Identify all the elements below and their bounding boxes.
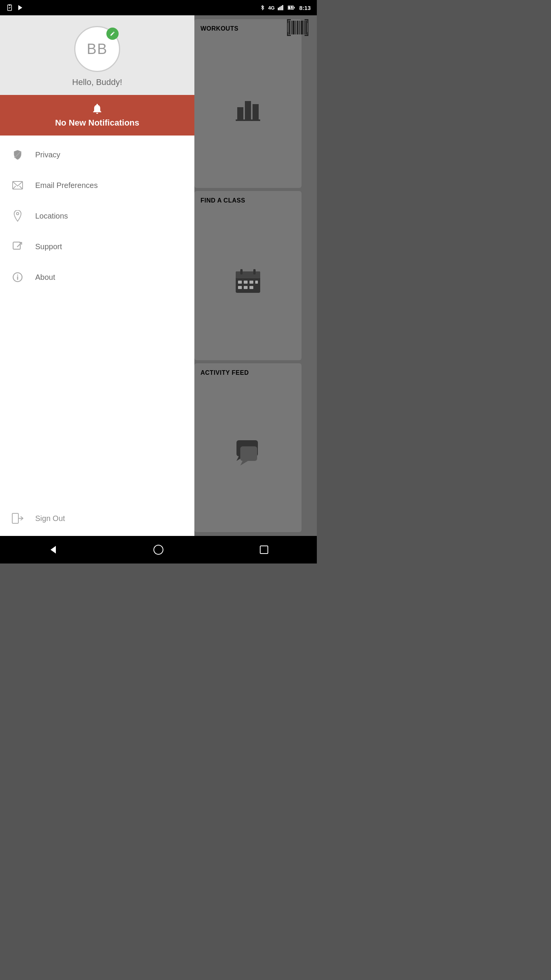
sign-out-button[interactable]: Sign Out	[11, 511, 184, 525]
svg-rect-5	[280, 6, 282, 10]
svg-rect-29	[287, 32, 288, 36]
svg-rect-31	[307, 32, 308, 36]
bar-chart-icon	[234, 96, 262, 121]
svg-point-60	[17, 274, 18, 276]
svg-rect-40	[238, 281, 242, 284]
email-preferences-label: Email Preferences	[35, 181, 98, 190]
svg-point-55	[16, 212, 19, 215]
svg-rect-22	[305, 21, 307, 34]
svg-rect-35	[236, 119, 260, 121]
svg-line-57	[17, 243, 22, 247]
greeting-text: Hello, Buddy!	[72, 77, 122, 87]
battery-icon	[288, 5, 295, 10]
shield-icon	[11, 148, 24, 162]
svg-rect-38	[240, 269, 243, 274]
calendar-icon	[234, 267, 262, 294]
menu-item-support[interactable]: Support	[0, 231, 194, 262]
signal-4g-icon: 4G	[268, 5, 275, 11]
menu-item-about[interactable]: About	[0, 262, 194, 292]
svg-marker-63	[51, 546, 56, 554]
back-button[interactable]	[41, 538, 64, 561]
home-button[interactable]	[147, 538, 170, 561]
svg-rect-14	[289, 21, 290, 34]
svg-rect-56	[13, 242, 20, 249]
email-icon	[11, 178, 24, 192]
svg-rect-1	[9, 5, 11, 6]
menu-item-privacy[interactable]: Privacy	[0, 139, 194, 170]
navigation-drawer: BB Hello, Buddy! No New Notifications	[0, 15, 194, 536]
status-bar: 4G 8:13	[0, 0, 317, 15]
svg-rect-4	[279, 7, 280, 10]
svg-rect-20	[301, 21, 303, 34]
info-icon	[11, 270, 24, 284]
svg-rect-16	[292, 21, 295, 34]
bell-icon	[91, 103, 103, 115]
locations-label: Locations	[35, 212, 68, 220]
workouts-title: WORKOUTS	[201, 25, 238, 32]
svg-rect-6	[282, 5, 283, 10]
svg-rect-33	[245, 101, 251, 119]
avatar-container: BB	[74, 26, 120, 72]
svg-rect-49	[240, 446, 257, 461]
workouts-panel[interactable]: WORKOUTS	[194, 19, 302, 188]
chat-icon	[233, 439, 263, 466]
svg-rect-27	[307, 19, 308, 23]
svg-rect-37	[236, 271, 260, 278]
svg-rect-18	[297, 21, 298, 34]
svg-rect-19	[299, 21, 300, 34]
location-icon	[11, 209, 24, 223]
svg-rect-45	[244, 286, 248, 289]
right-panels: WORKOUTS FIND A CLASS	[194, 15, 305, 536]
svg-rect-46	[249, 286, 253, 289]
svg-rect-34	[253, 104, 259, 119]
status-bar-left-icons	[6, 4, 24, 11]
drawer-header: BB Hello, Buddy!	[0, 15, 194, 95]
svg-rect-65	[260, 546, 268, 554]
svg-rect-8	[293, 7, 295, 8]
svg-rect-17	[295, 21, 296, 34]
sign-out-area: Sign Out	[0, 504, 194, 536]
svg-marker-50	[240, 461, 248, 466]
menu-item-email-preferences[interactable]: Email Preferences	[0, 170, 194, 201]
svg-rect-3	[278, 8, 279, 10]
about-label: About	[35, 273, 55, 282]
svg-rect-21	[304, 21, 305, 34]
svg-rect-39	[253, 269, 256, 274]
svg-rect-61	[12, 513, 18, 523]
external-link-icon	[11, 240, 24, 253]
signal-bars-icon	[278, 5, 285, 10]
play-store-icon	[17, 4, 24, 11]
status-bar-right-icons: 4G 8:13	[260, 4, 311, 11]
sign-out-label: Sign Out	[35, 514, 65, 523]
bluetooth-icon	[260, 4, 265, 11]
privacy-label: Privacy	[35, 150, 60, 159]
time-display: 8:13	[299, 5, 311, 11]
find-a-class-panel[interactable]: FIND A CLASS	[194, 191, 302, 360]
svg-rect-43	[255, 281, 258, 284]
support-label: Support	[35, 242, 62, 251]
drawer-menu: Privacy Email Preferences	[0, 136, 194, 504]
clipboard-icon	[6, 4, 13, 11]
avatar-edit-button[interactable]	[106, 28, 119, 40]
svg-rect-32	[237, 107, 243, 119]
svg-rect-41	[244, 281, 248, 284]
navigation-bar	[0, 536, 317, 564]
svg-rect-42	[249, 281, 253, 284]
sign-out-icon	[11, 511, 24, 525]
svg-rect-25	[287, 19, 288, 23]
notification-text: No New Notifications	[55, 118, 139, 128]
barcode-icon[interactable]	[282, 15, 313, 40]
notification-banner[interactable]: No New Notifications	[0, 95, 194, 136]
activity-feed-panel[interactable]: ACTIVITY FEED	[194, 363, 302, 532]
avatar-initials: BB	[87, 41, 108, 57]
svg-rect-44	[238, 286, 242, 289]
svg-line-54	[20, 186, 23, 189]
menu-item-locations[interactable]: Locations	[0, 201, 194, 231]
recent-apps-button[interactable]	[253, 538, 276, 561]
svg-marker-2	[18, 5, 23, 10]
svg-point-64	[154, 545, 163, 554]
svg-rect-15	[291, 21, 292, 34]
find-a-class-title: FIND A CLASS	[201, 197, 245, 204]
svg-line-53	[13, 186, 16, 189]
activity-feed-title: ACTIVITY FEED	[201, 369, 249, 376]
